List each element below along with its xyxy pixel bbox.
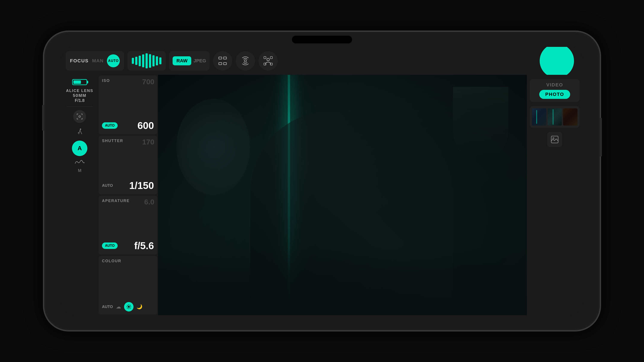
background-object bbox=[176, 99, 250, 195]
colour-auto-label: AUTO bbox=[102, 305, 113, 309]
mode-toggle: VIDEO PHOTO bbox=[530, 79, 580, 102]
iso-ghost-value: 700 bbox=[142, 78, 154, 86]
histogram-button[interactable] bbox=[75, 159, 84, 165]
zoom-auto-button[interactable]: A bbox=[72, 141, 87, 156]
audio-bar bbox=[152, 55, 154, 67]
lens-name: ALICE LENS bbox=[66, 89, 93, 93]
desk-surface bbox=[158, 248, 527, 315]
sun-icon[interactable] bbox=[124, 302, 134, 311]
frame-button[interactable] bbox=[213, 51, 232, 71]
svg-point-12 bbox=[128, 306, 130, 308]
lens-mm: 50MM bbox=[66, 93, 93, 98]
top-bar: FOCUS MAN AUTO RAW JPEG bbox=[62, 47, 582, 75]
focus-panel: FOCUS MAN AUTO bbox=[66, 51, 124, 71]
iso-control: ISO 700 AUTO 600 bbox=[98, 75, 157, 134]
svg-rect-7 bbox=[270, 57, 272, 59]
focus-auto-button[interactable]: AUTO bbox=[107, 54, 120, 67]
shutter-value: 1/150 bbox=[116, 180, 154, 191]
svg-rect-1 bbox=[224, 57, 226, 59]
svg-line-20 bbox=[127, 308, 128, 308]
iso-auto-button[interactable]: AUTO bbox=[102, 122, 118, 129]
focus-man-label: MAN bbox=[92, 58, 104, 64]
shutter-control: SHUTTER 170 AUTO 1/150 bbox=[98, 136, 157, 195]
audio-meter bbox=[128, 51, 166, 71]
lens-aperture: F/1.8 bbox=[66, 98, 93, 103]
svg-point-10 bbox=[79, 116, 80, 117]
sidebar-divider bbox=[67, 106, 92, 107]
audio-bar bbox=[132, 58, 134, 64]
aperture-auto-button[interactable]: AUTO bbox=[102, 243, 118, 249]
right-panel: VIDEO PHOTO bbox=[527, 75, 582, 315]
thumbnail-2[interactable] bbox=[548, 108, 562, 125]
photo-mode-button[interactable]: PHOTO bbox=[539, 90, 570, 99]
audio-bar bbox=[159, 57, 162, 64]
svg-rect-6 bbox=[264, 57, 266, 59]
touch-af-button[interactable] bbox=[73, 110, 86, 123]
svg-rect-3 bbox=[224, 63, 226, 65]
dynamic-island bbox=[292, 36, 352, 43]
main-area: ALICE LENS 50MM F/1.8 bbox=[62, 75, 582, 315]
aperture-control: APERATURE 6.0 AUTO f/5.6 bbox=[98, 196, 157, 255]
power-button[interactable] bbox=[600, 118, 602, 156]
focus-man-text: Focus Man bbox=[342, 195, 343, 195]
colour-control: COLOUR AUTO ☁ bbox=[98, 256, 157, 315]
plant-background bbox=[453, 87, 508, 159]
colour-label: COLOUR bbox=[102, 259, 154, 263]
svg-line-17 bbox=[127, 305, 128, 306]
phone-shell: FOCUS MAN AUTO RAW JPEG bbox=[43, 31, 601, 331]
svg-point-5 bbox=[267, 58, 270, 61]
iso-value: 600 bbox=[120, 120, 154, 131]
svg-rect-0 bbox=[219, 57, 222, 59]
audio-bar bbox=[156, 56, 158, 65]
thumbnails-panel bbox=[530, 106, 580, 128]
viewfinder[interactable]: Focus Man bbox=[158, 75, 527, 315]
audio-bar bbox=[146, 53, 148, 68]
gallery-button[interactable] bbox=[547, 132, 562, 147]
audio-bar bbox=[135, 57, 138, 65]
battery-fill bbox=[74, 80, 81, 84]
broadcast-button[interactable] bbox=[236, 51, 255, 71]
battery-indicator bbox=[72, 79, 87, 85]
audio-bar bbox=[149, 54, 151, 68]
svg-point-4 bbox=[244, 60, 246, 62]
svg-line-19 bbox=[130, 305, 130, 306]
aperture-value: f/5.6 bbox=[120, 240, 154, 252]
moon-icon[interactable]: 🌙 bbox=[136, 304, 142, 309]
left-sidebar: ALICE LENS 50MM F/1.8 bbox=[62, 75, 98, 315]
video-mode-label[interactable]: VIDEO bbox=[546, 82, 563, 88]
volume-button[interactable] bbox=[42, 105, 44, 131]
sport-mode-button[interactable] bbox=[74, 126, 85, 137]
screen: FOCUS MAN AUTO RAW JPEG bbox=[62, 47, 582, 315]
manual-mode-label[interactable]: M bbox=[78, 168, 82, 173]
aperture-ghost-value: 6.0 bbox=[144, 198, 154, 206]
svg-point-22 bbox=[553, 138, 554, 139]
audio-bar bbox=[139, 56, 141, 66]
controls-panel: ISO 700 AUTO 600 SHUTTER 170 AUTO 1/150 bbox=[98, 75, 158, 315]
shutter-button[interactable] bbox=[540, 47, 574, 78]
face-focus-button[interactable] bbox=[258, 51, 278, 71]
shutter-auto-label: AUTO bbox=[102, 183, 113, 188]
raw-jpeg-panel: RAW JPEG bbox=[169, 51, 210, 71]
svg-line-18 bbox=[130, 308, 130, 308]
jpeg-button[interactable]: JPEG bbox=[194, 58, 206, 64]
raw-button[interactable]: RAW bbox=[172, 56, 191, 65]
shutter-ghost-value: 170 bbox=[142, 138, 154, 146]
cloud-icon[interactable]: ☁ bbox=[116, 304, 121, 310]
audio-bar bbox=[142, 54, 144, 67]
lens-info: ALICE LENS 50MM F/1.8 bbox=[66, 89, 93, 103]
thumbnail-1[interactable] bbox=[532, 108, 546, 125]
focus-label: FOCUS bbox=[70, 58, 89, 64]
svg-point-11 bbox=[80, 128, 81, 130]
svg-rect-2 bbox=[219, 63, 222, 65]
thumbnail-3[interactable] bbox=[563, 108, 578, 125]
